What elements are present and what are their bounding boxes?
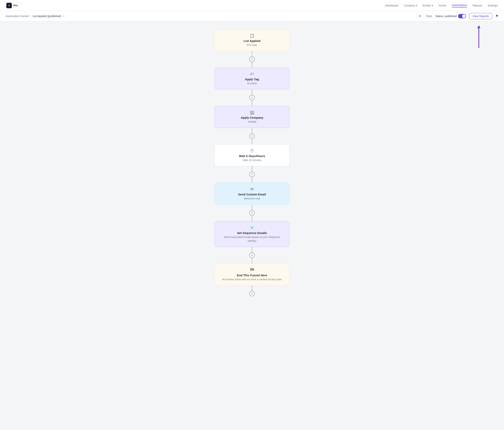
connector-0 — [252, 51, 252, 57]
breadcrumb: Automation Funnel / List Applied (publis… — [6, 15, 65, 18]
view-reports-button[interactable]: View Reports — [469, 13, 492, 19]
connector-3b — [252, 177, 252, 183]
apply-tag-title: Apply Tag — [245, 78, 259, 81]
add-button-5[interactable]: + — [249, 252, 255, 258]
nav-links: Dashboard Contacts ▾ Emails ▾ Forms Auto… — [385, 4, 498, 8]
connector-0b — [252, 62, 252, 68]
nav-reports[interactable]: Reports — [472, 4, 482, 7]
arrow-head — [477, 25, 480, 28]
end-funnel-title: End This Funnel Here — [237, 274, 267, 277]
apply-tag-subtitle: Enrolled — [247, 81, 257, 85]
brand: Z Pro — [6, 3, 18, 8]
stats-label: Stats — [426, 15, 432, 18]
flow-column: 📋 List Applied Pro User + 🏷 Apply Tag En… — [0, 29, 504, 296]
status-text: Status: published — [435, 15, 457, 18]
apply-tag-icon: 🏷 — [250, 72, 254, 76]
connector-1b — [252, 100, 252, 106]
wait-subtitle: Wait 10 minutes — [243, 158, 261, 162]
connector-4 — [252, 205, 252, 210]
brand-label: Pro — [13, 4, 18, 7]
settings-button[interactable]: ⚙ — [417, 13, 423, 19]
automation-canvas: 📋 List Applied Pro User + 🏷 Apply Tag En… — [0, 21, 504, 316]
node-wait[interactable]: ⏱ Wait X Days/Hours Wait 10 minutes — [215, 144, 289, 166]
breadcrumb-current: List Applied (published) — [33, 15, 61, 18]
apply-company-title: Apply Company — [241, 116, 263, 119]
connector-4b — [252, 216, 252, 221]
add-button-1[interactable]: + — [249, 95, 255, 100]
nav-emails[interactable]: Emails ▾ — [423, 4, 433, 7]
end-funnel-icon: 🏁 — [250, 268, 255, 272]
send-email-title: Send Custom Email — [238, 193, 266, 196]
node-trigger[interactable]: 📋 List Applied Pro User — [215, 29, 289, 51]
set-sequence-icon: 📧 — [250, 225, 255, 230]
node-apply-company[interactable]: 🏢 Apply Company Authlab — [215, 106, 289, 128]
breadcrumb-separator: / — [30, 15, 31, 18]
send-email-subtitle: Welcome mail — [244, 197, 260, 201]
connector-5b — [252, 258, 252, 263]
nav-forms[interactable]: Forms — [438, 4, 446, 7]
flag-icon[interactable]: ⚑ — [495, 14, 498, 18]
arrow-shaft — [478, 28, 479, 48]
add-button-0[interactable]: + — [249, 57, 255, 62]
trigger-title: List Applied — [243, 39, 260, 43]
edit-icon[interactable]: ✏ — [63, 15, 65, 18]
wait-icon: ⏱ — [250, 149, 254, 153]
header-actions: ⚙ Stats Status: published View Reports ⚑ — [417, 13, 498, 19]
nav-settings[interactable]: Settings — [488, 4, 498, 7]
connector-2b — [252, 139, 252, 144]
breadcrumb-bar: Automation Funnel / List Applied (publis… — [0, 11, 504, 21]
connector-5 — [252, 247, 252, 252]
node-end-funnel[interactable]: 🏁 End This Funnel Here No further action… — [215, 263, 289, 286]
apply-company-subtitle: Authlab — [248, 120, 256, 124]
set-sequence-title: Set Sequence Emails — [237, 231, 267, 235]
navbar: Z Pro Dashboard Contacts ▾ Emails ▾ Form… — [0, 0, 504, 11]
wait-title: Wait X Days/Hours — [239, 154, 265, 158]
breadcrumb-parent[interactable]: Automation Funnel — [6, 15, 29, 18]
node-set-sequence[interactable]: 📧 Set Sequence Emails Send Automated Ema… — [215, 221, 289, 247]
nav-contacts[interactable]: Contacts ▾ — [404, 4, 417, 7]
node-send-email[interactable]: ✉ Send Custom Email Welcome mail — [215, 183, 289, 205]
connector-2 — [252, 128, 252, 134]
connector-6 — [252, 285, 252, 291]
set-sequence-subtitle: Send Automated Emails based on your Sequ… — [219, 235, 285, 243]
status-toggle[interactable] — [458, 14, 466, 18]
arrow-annotation — [477, 25, 480, 48]
add-button-2[interactable]: + — [249, 134, 255, 139]
nav-automations[interactable]: Automations — [452, 4, 467, 8]
apply-company-icon: 🏢 — [250, 110, 255, 115]
connector-1 — [252, 89, 252, 95]
add-button-6[interactable]: + — [249, 291, 255, 296]
toggle-knob — [462, 14, 466, 18]
send-email-icon: ✉ — [251, 187, 254, 191]
connector-3 — [252, 166, 252, 172]
node-apply-tag[interactable]: 🏷 Apply Tag Enrolled — [215, 68, 289, 90]
brand-logo: Z — [6, 3, 12, 8]
add-button-3[interactable]: + — [249, 172, 255, 177]
trigger-icon: 📋 — [250, 33, 255, 38]
add-button-4[interactable]: + — [249, 210, 255, 216]
trigger-subtitle: Pro User — [247, 43, 257, 47]
nav-dashboard[interactable]: Dashboard — [385, 4, 398, 7]
status-section: Status: published — [435, 14, 466, 18]
end-funnel-subtitle: No further action will run once a contac… — [222, 278, 281, 281]
